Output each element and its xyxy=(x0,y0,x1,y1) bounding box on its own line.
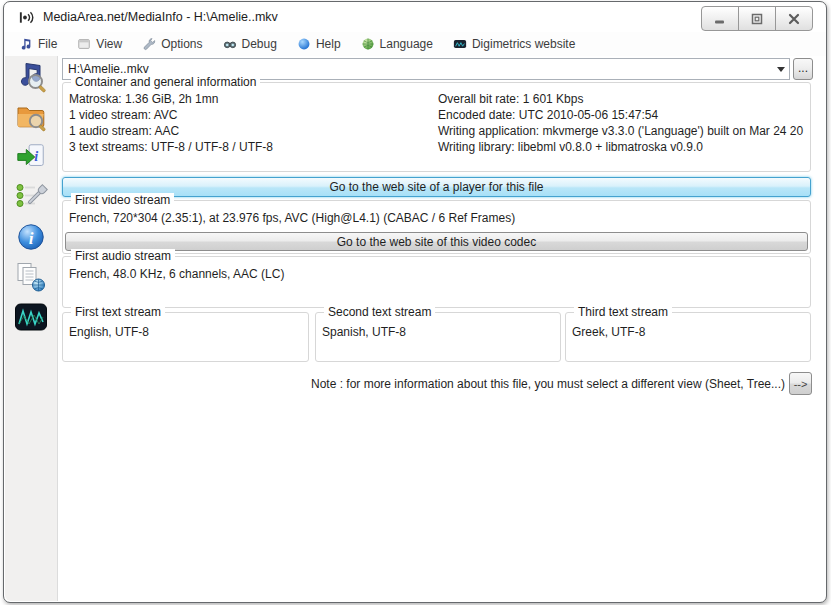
browse-button[interactable]: ... xyxy=(793,58,813,80)
menu-label: File xyxy=(38,37,57,51)
menu-label: Debug xyxy=(242,37,277,51)
group-label: First audio stream xyxy=(71,249,175,263)
titlebar: MediaArea.net/MediaInfo - H:\Amelie..mkv xyxy=(4,2,826,32)
general-info-group: Container and general information Matros… xyxy=(62,82,811,172)
menu-debug[interactable]: Debug xyxy=(220,35,280,53)
general-line: Matroska: 1.36 GiB, 2h 1mn xyxy=(69,91,273,107)
sidebar-about-button[interactable]: i xyxy=(11,219,51,254)
sidebar-preferences-button[interactable] xyxy=(11,179,51,214)
audio-stream-group: First audio stream French, 48.0 KHz, 6 c… xyxy=(62,256,811,308)
group-label: First text stream xyxy=(71,305,165,319)
about-icon: i xyxy=(15,221,47,253)
sidebar-custom-view-button[interactable] xyxy=(11,259,51,294)
menu-file[interactable]: File xyxy=(16,35,60,53)
preferences-icon xyxy=(14,180,48,214)
file-selector-value: H:\Amelie..mkv xyxy=(63,62,773,76)
note-text: Note : for more information about this f… xyxy=(204,377,785,391)
window-title: MediaArea.net/MediaInfo - H:\Amelie..mkv xyxy=(43,10,278,24)
general-line: 1 video stream: AVC xyxy=(69,107,273,123)
general-line: 1 audio stream: AAC xyxy=(69,123,273,139)
sidebar-export-info-button[interactable]: i xyxy=(11,139,51,174)
general-line: Writing application: mkvmerge v3.3.0 ('L… xyxy=(438,123,803,139)
sidebar-toolbar: i xyxy=(5,56,58,601)
video-codec-website-button[interactable]: Go to the web site of this video codec xyxy=(65,232,808,251)
close-button[interactable] xyxy=(775,6,813,31)
sidebar-open-file-button[interactable] xyxy=(11,59,51,94)
waveform-logo-icon xyxy=(14,301,48,333)
close-icon xyxy=(788,13,800,25)
screen: MediaArea.net/MediaInfo - H:\Amelie..mkv xyxy=(0,0,831,605)
menu-label: Language xyxy=(380,37,433,51)
sidebar-digimetrics-button[interactable] xyxy=(11,299,51,334)
minimize-button[interactable] xyxy=(701,6,739,31)
general-line: Writing library: libebml v0.8.0 + libmat… xyxy=(438,139,803,155)
text-stream-group-2: Second text stream Spanish, UTF-8 xyxy=(315,312,561,362)
menu-label: View xyxy=(96,37,122,51)
general-info-left-column: Matroska: 1.36 GiB, 2h 1mn 1 video strea… xyxy=(69,91,273,155)
maximize-icon xyxy=(751,13,763,25)
export-info-icon: i xyxy=(15,141,47,173)
svg-text:i: i xyxy=(34,147,38,163)
group-label: Second text stream xyxy=(324,305,435,319)
group-label: Third text stream xyxy=(574,305,672,319)
view-window-icon xyxy=(77,37,91,51)
menu-label: Options xyxy=(161,37,202,51)
general-info-right-column: Overall bit rate: 1 601 Kbps Encoded dat… xyxy=(438,91,803,155)
next-view-button[interactable]: --> xyxy=(789,372,812,395)
menubar: File View Options Debug xyxy=(4,32,826,56)
menu-options[interactable]: Options xyxy=(139,35,205,53)
video-stream-group: First video stream French, 720*304 (2.35… xyxy=(62,200,811,254)
minimize-icon xyxy=(714,13,726,25)
group-label: First video stream xyxy=(71,193,174,207)
menu-help[interactable]: Help xyxy=(294,35,344,53)
general-line: Encoded date: UTC 2010-05-06 15:47:54 xyxy=(438,107,803,123)
open-folder-icon xyxy=(14,100,48,134)
window-controls xyxy=(702,6,813,31)
language-globe-icon xyxy=(361,37,375,51)
mediainfo-speaker-icon xyxy=(18,9,35,26)
text-stream-info: Greek, UTF-8 xyxy=(572,325,645,339)
menu-label: Digimetrics website xyxy=(472,37,575,51)
menu-label: Help xyxy=(316,37,341,51)
menu-digimetrics-website[interactable]: Digimetrics website xyxy=(450,35,578,53)
options-wrench-icon xyxy=(142,37,156,51)
maximize-button[interactable] xyxy=(738,6,776,31)
svg-text:i: i xyxy=(29,228,34,247)
general-line: 3 text streams: UTF-8 / UTF-8 / UTF-8 xyxy=(69,139,273,155)
text-stream-info: Spanish, UTF-8 xyxy=(322,325,406,339)
sidebar-open-folder-button[interactable] xyxy=(11,99,51,134)
digimetrics-wave-icon xyxy=(453,37,467,51)
debug-binoculars-icon xyxy=(223,37,237,51)
file-note-icon xyxy=(19,37,33,51)
mediainfo-window: MediaArea.net/MediaInfo - H:\Amelie..mkv xyxy=(3,1,827,603)
general-line: Overall bit rate: 1 601 Kbps xyxy=(438,91,803,107)
menu-view[interactable]: View xyxy=(74,35,125,53)
audio-stream-info: French, 48.0 KHz, 6 channels, AAC (LC) xyxy=(69,267,284,281)
text-stream-group-1: First text stream English, UTF-8 xyxy=(62,312,309,362)
menu-language[interactable]: Language xyxy=(358,35,436,53)
chevron-down-icon[interactable] xyxy=(773,59,789,79)
documents-web-icon xyxy=(14,260,48,294)
text-stream-info: English, UTF-8 xyxy=(69,325,149,339)
text-stream-group-3: Third text stream Greek, UTF-8 xyxy=(565,312,811,362)
group-label: Container and general information xyxy=(71,75,260,89)
video-stream-info: French, 720*304 (2.35:1), at 23.976 fps,… xyxy=(69,211,515,225)
open-file-icon xyxy=(14,60,48,94)
help-sphere-icon xyxy=(297,37,311,51)
